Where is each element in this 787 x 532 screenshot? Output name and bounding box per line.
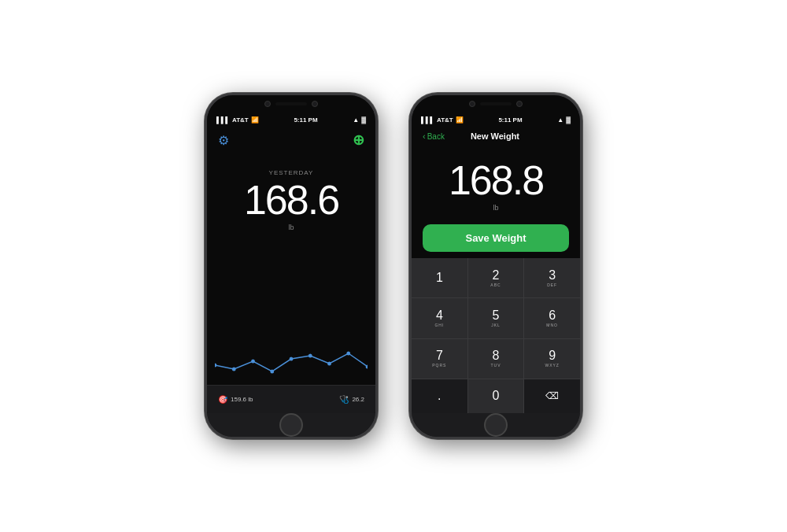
svg-point-2 bbox=[251, 360, 255, 364]
camera-dot bbox=[264, 101, 271, 107]
status-bar-1: ▌▌▌ AT&T 📶 5:11 PM ▲ ▓ bbox=[207, 113, 375, 127]
status-time-2: 5:11 PM bbox=[498, 116, 522, 124]
phone-2-notch bbox=[412, 95, 580, 113]
weight-display-1: 168.6 bbox=[244, 179, 338, 220]
svg-point-7 bbox=[346, 352, 350, 356]
health-icon: 🩺 bbox=[339, 395, 349, 404]
settings-icon[interactable]: ⚙ bbox=[218, 133, 229, 148]
bmi-stat-value: 26.2 bbox=[352, 396, 364, 403]
svg-point-4 bbox=[290, 357, 294, 361]
back-label: Back bbox=[427, 132, 445, 141]
status-time-1: 5:11 PM bbox=[294, 116, 317, 124]
key-7[interactable]: 7 PQRS bbox=[412, 339, 467, 379]
phone-1: ▌▌▌ AT&T 📶 5:11 PM ▲ ▓ ⚙ ⊕ YESTERDAY 168… bbox=[205, 93, 378, 439]
key-dot[interactable]: . bbox=[412, 379, 467, 413]
svg-point-3 bbox=[270, 370, 274, 374]
weight-chart bbox=[207, 275, 375, 386]
location-icon-1: ▲ bbox=[353, 116, 359, 124]
target-icon: 🎯 bbox=[218, 395, 227, 404]
status-left-2: ▌▌▌ AT&T 📶 bbox=[421, 116, 464, 124]
svg-point-5 bbox=[309, 354, 312, 358]
phone-1-notch bbox=[207, 95, 375, 113]
signal-bars-1: ▌▌▌ bbox=[216, 116, 230, 124]
phone-2-screen: ‹ Back New Weight 168.8 lb Save Weight 1… bbox=[412, 127, 580, 413]
period-label: YESTERDAY bbox=[269, 169, 314, 176]
bmi-stat: 🩺 26.2 bbox=[339, 395, 364, 404]
location-icon-2: ▲ bbox=[557, 116, 563, 124]
key-5[interactable]: 5 JKL bbox=[468, 298, 524, 338]
svg-point-0 bbox=[215, 364, 216, 368]
battery-icon-1: ▓ bbox=[361, 116, 366, 124]
wifi-icon-2: 📶 bbox=[456, 116, 464, 124]
unit-label-2: lb bbox=[493, 204, 498, 212]
svg-point-6 bbox=[327, 362, 331, 366]
weight-stat-value: 159.6 lb bbox=[231, 396, 253, 403]
key-6[interactable]: 6 MNO bbox=[524, 298, 580, 338]
numeric-keypad: 1 2 ABC 3 DEF 4 GHI 5 JKL 6 MNO bbox=[412, 258, 580, 413]
key-3[interactable]: 3 DEF bbox=[524, 258, 580, 297]
speaker-grill-2 bbox=[480, 102, 512, 105]
key-8[interactable]: 8 TUV bbox=[468, 339, 524, 379]
wifi-icon-1: 📶 bbox=[251, 116, 259, 124]
camera-dot-3 bbox=[469, 101, 475, 107]
status-bar-2: ▌▌▌ AT&T 📶 5:11 PM ▲ ▓ bbox=[412, 113, 580, 127]
back-button[interactable]: ‹ Back bbox=[423, 131, 445, 141]
nav-title: New Weight bbox=[471, 131, 519, 141]
unit-label-1: lb bbox=[288, 224, 294, 231]
carrier-name-2: AT&T bbox=[437, 116, 453, 124]
status-right-1: ▲ ▓ bbox=[353, 116, 366, 124]
battery-icon-2: ▓ bbox=[566, 116, 571, 124]
phone-1-main: YESTERDAY 168.6 lb bbox=[207, 153, 375, 275]
phone-2-weight-display: 168.8 lb bbox=[412, 144, 580, 218]
key-backspace[interactable]: ⌫ bbox=[524, 379, 580, 413]
chevron-left-icon: ‹ bbox=[423, 131, 426, 141]
home-button-1[interactable] bbox=[279, 413, 303, 437]
home-button-2[interactable] bbox=[484, 413, 508, 437]
weight-stat: 🎯 159.6 lb bbox=[218, 395, 253, 404]
carrier-name-1: AT&T bbox=[232, 116, 249, 124]
key-4[interactable]: 4 GHI bbox=[412, 298, 467, 338]
key-9[interactable]: 9 WXYZ bbox=[524, 339, 580, 379]
phone-1-home-bar bbox=[207, 413, 375, 437]
weight-display-2: 168.8 bbox=[449, 160, 543, 201]
phone-2: ▌▌▌ AT&T 📶 5:11 PM ▲ ▓ ‹ Back New Weight… bbox=[409, 93, 582, 439]
key-0[interactable]: 0 bbox=[468, 379, 524, 413]
save-weight-button[interactable]: Save Weight bbox=[423, 224, 569, 252]
speaker-grill bbox=[275, 102, 307, 105]
phone-1-navbar: ⚙ ⊕ bbox=[207, 127, 375, 153]
key-2[interactable]: 2 ABC bbox=[468, 258, 524, 297]
status-right-2: ▲ ▓ bbox=[557, 116, 571, 124]
camera-dot-4 bbox=[516, 101, 523, 107]
phone-1-screen: ⚙ ⊕ YESTERDAY 168.6 lb bbox=[207, 127, 375, 413]
phone-2-navbar: ‹ Back New Weight bbox=[412, 127, 580, 144]
key-1[interactable]: 1 bbox=[412, 258, 467, 297]
add-weight-icon[interactable]: ⊕ bbox=[353, 131, 364, 149]
svg-point-1 bbox=[232, 368, 236, 371]
status-left-1: ▌▌▌ AT&T 📶 bbox=[216, 116, 259, 124]
camera-dot-2 bbox=[312, 101, 318, 107]
phone-2-home-bar bbox=[412, 413, 580, 437]
stats-bar: 🎯 159.6 lb 🩺 26.2 bbox=[207, 385, 375, 413]
signal-bars-2: ▌▌▌ bbox=[421, 116, 434, 124]
